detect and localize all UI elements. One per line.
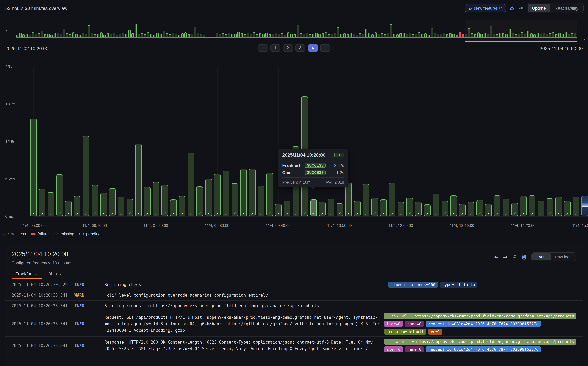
log-tag[interactable]: timeout_seconds=600 bbox=[388, 282, 438, 288]
legend-item-success[interactable]: success bbox=[4, 232, 26, 236]
bar-success[interactable]: ✓ bbox=[546, 198, 553, 216]
bar-success[interactable]: ✓ bbox=[74, 196, 80, 216]
thumbs-down-icon[interactable] bbox=[518, 6, 523, 10]
bar-success[interactable]: ✓ bbox=[91, 185, 98, 216]
next-check-button[interactable]: → bbox=[503, 254, 508, 260]
log-tag[interactable]: vu=1 bbox=[428, 329, 443, 335]
bar-success[interactable]: ✓ bbox=[406, 198, 413, 216]
log-tag[interactable]: type=multihttp bbox=[440, 282, 477, 288]
loki-logo-icon[interactable] bbox=[522, 254, 527, 260]
bar-success[interactable]: ✓ bbox=[371, 198, 378, 216]
bar-success[interactable]: ✓ bbox=[231, 183, 238, 216]
log-tag[interactable]: name=0 bbox=[405, 346, 424, 352]
bar-success[interactable]: ✓ bbox=[223, 171, 229, 216]
tab-ohio[interactable]: Ohio✓ bbox=[44, 269, 66, 279]
legend-item-missing[interactable]: missing bbox=[54, 232, 74, 236]
log-tag[interactable]: __raw_url__=https://appenv-eks-amer-prod… bbox=[384, 313, 576, 319]
bar-success[interactable]: ✓ bbox=[477, 200, 483, 216]
bar-success[interactable]: ✓ bbox=[118, 197, 124, 216]
bar-success[interactable]: ✓ bbox=[503, 199, 509, 216]
bar-success[interactable]: ✓ bbox=[100, 193, 107, 216]
bar-success[interactable]: ✓ bbox=[109, 188, 115, 216]
pagination-prev-button[interactable]: ‹ bbox=[258, 44, 268, 52]
pagination-page-3[interactable]: 3 bbox=[295, 44, 305, 52]
bar-success[interactable]: ✓ bbox=[249, 169, 255, 216]
bar-success[interactable]: ✓ bbox=[56, 175, 63, 216]
bar-success[interactable]: ✓ bbox=[170, 199, 177, 216]
bar-success[interactable]: ✓ bbox=[564, 201, 571, 216]
pagination-page-1[interactable]: 1 bbox=[270, 44, 280, 52]
log-tag[interactable]: iter=0 bbox=[384, 321, 403, 327]
bar-success[interactable]: ✓ bbox=[345, 183, 352, 216]
bar-success[interactable]: ✓ bbox=[205, 179, 212, 216]
bar-success[interactable]: ✓ bbox=[336, 203, 343, 216]
previous-check-button[interactable]: ← bbox=[494, 254, 499, 260]
bar-success[interactable]: ✓ bbox=[573, 197, 579, 216]
tab-uptime[interactable]: Uptime bbox=[528, 4, 550, 12]
tab-event[interactable]: Event bbox=[532, 253, 551, 260]
pagination-page-4[interactable]: 4 bbox=[308, 44, 318, 52]
bar-success[interactable]: ✓ bbox=[135, 144, 142, 216]
tab-raw-logs[interactable]: Raw logs bbox=[551, 253, 576, 260]
bar-success[interactable]: ✓ bbox=[258, 186, 264, 216]
bar-success[interactable]: ✓ bbox=[83, 136, 89, 216]
pagination-next-button[interactable]: › bbox=[320, 44, 330, 52]
bar-success[interactable]: ✓ bbox=[197, 186, 203, 216]
bar-success[interactable]: ✓ bbox=[328, 199, 334, 216]
bar-success[interactable]: ✓ bbox=[380, 199, 387, 216]
bar-success[interactable]: ✓ bbox=[555, 197, 562, 216]
bar-success[interactable]: ✓ bbox=[354, 201, 360, 216]
bar-success[interactable]: ✓ bbox=[275, 204, 282, 216]
bar-success[interactable]: ✓ bbox=[161, 184, 168, 216]
chart-bars[interactable]: ✓✓✓✓✓✓✓✓✓✓✓✓✓✓✓✓✓✓✓✓✓✓✓✓✓✓✓✓✓✓✓✓✓✓✓✓✓✓✓✓… bbox=[30, 67, 588, 216]
log-tag[interactable]: __raw_url__=https://appenv-eks-amer-prod… bbox=[384, 339, 576, 344]
bar-success[interactable]: ✓ bbox=[188, 153, 194, 216]
bar-success[interactable]: ✓ bbox=[179, 196, 186, 216]
tab-reachability[interactable]: Reachability bbox=[550, 4, 583, 12]
log-tag[interactable]: scenario=default bbox=[384, 329, 426, 335]
minimap-next-icon[interactable]: › bbox=[584, 36, 586, 41]
legend-item-pending[interactable]: pending bbox=[79, 232, 101, 236]
bar-success[interactable]: ✓ bbox=[363, 184, 369, 216]
bar-success[interactable]: ✓ bbox=[65, 201, 72, 216]
thumbs-up-icon[interactable] bbox=[510, 6, 515, 10]
bar-success[interactable]: ✓ bbox=[30, 119, 37, 216]
legend-item-failure[interactable]: failure bbox=[31, 232, 49, 236]
bar-success[interactable]: ✓ bbox=[485, 204, 492, 216]
bar-success[interactable]: ✓ bbox=[468, 202, 474, 216]
bar-success[interactable]: ✓ bbox=[266, 173, 273, 216]
bar-success[interactable]: ✓ bbox=[433, 194, 439, 216]
bar-pending[interactable] bbox=[581, 196, 588, 216]
minimap-prev-icon[interactable]: ‹ bbox=[5, 28, 7, 34]
bar-success[interactable]: ✓ bbox=[415, 202, 422, 216]
bar-success[interactable]: ✓ bbox=[153, 182, 159, 216]
log-file-icon[interactable]: LOG bbox=[512, 254, 517, 259]
bar-success[interactable]: ✓ bbox=[127, 199, 133, 216]
bar-success[interactable]: ✓ bbox=[424, 204, 430, 216]
log-tag[interactable]: request_id=081d42d4-f9f6-4b76-7874-80399… bbox=[426, 321, 541, 327]
bar-success[interactable]: ✓ bbox=[538, 201, 544, 216]
bar-success[interactable]: ✓ bbox=[494, 195, 501, 216]
log-tag[interactable]: iter=0 bbox=[384, 346, 403, 352]
tab-frankfurt[interactable]: Frankfurt✓ bbox=[12, 269, 42, 279]
minimap-selection-brush[interactable] bbox=[465, 20, 577, 42]
bar-success[interactable]: ✓ bbox=[319, 202, 326, 216]
bar-success[interactable]: ✓ bbox=[450, 195, 457, 216]
bar-success[interactable]: ✓ bbox=[39, 189, 46, 216]
new-feature-button[interactable]: New feature! bbox=[465, 4, 506, 12]
bar-success[interactable]: ✓ bbox=[240, 169, 247, 216]
bar-success[interactable]: ✓ bbox=[144, 187, 151, 216]
bar-success[interactable]: ✓ bbox=[511, 203, 518, 216]
bar-success[interactable]: ✓ bbox=[441, 201, 448, 216]
bar-success-hovered[interactable]: ✓ bbox=[310, 199, 317, 216]
bar-success[interactable]: ✓ bbox=[214, 174, 221, 216]
bar-success[interactable]: ✓ bbox=[398, 202, 404, 216]
bar-success[interactable]: ✓ bbox=[459, 204, 466, 216]
bar-success[interactable]: ✓ bbox=[389, 183, 395, 216]
bar-success[interactable]: ✓ bbox=[520, 196, 527, 216]
bar-success[interactable]: ✓ bbox=[284, 201, 291, 216]
pagination-page-2[interactable]: 2 bbox=[283, 44, 293, 52]
log-tag[interactable]: request_id=081d42d4-f9f6-4b76-7874-80399… bbox=[426, 346, 541, 352]
log-tag[interactable]: name=0 bbox=[405, 321, 424, 327]
bar-success[interactable]: ✓ bbox=[529, 195, 535, 216]
